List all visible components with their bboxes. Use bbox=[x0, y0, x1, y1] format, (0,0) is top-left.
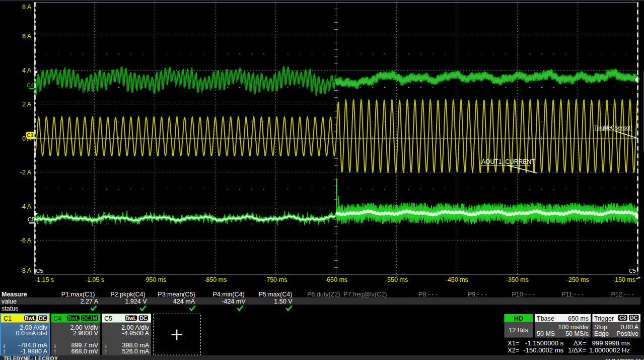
svg-text:P2:pkpk(C4): P2:pkpk(C4) bbox=[110, 291, 145, 298]
svg-text:-1.15 s: -1.15 s bbox=[35, 276, 54, 283]
svg-text:-850 ms: -850 ms bbox=[204, 276, 227, 283]
svg-text:999.9998 ms: 999.9998 ms bbox=[592, 339, 630, 347]
svg-text:0.0 mA ofst: 0.0 mA ofst bbox=[16, 330, 47, 337]
svg-text:C3: C3 bbox=[619, 315, 626, 321]
svg-text:50 MS: 50 MS bbox=[537, 330, 555, 337]
svg-text:P1:max(C1): P1:max(C1) bbox=[61, 291, 95, 298]
svg-text:-450 ms: -450 ms bbox=[446, 276, 468, 283]
svg-text:BwL: BwL bbox=[25, 315, 36, 321]
svg-text:Tbase: Tbase bbox=[537, 315, 554, 322]
svg-text:-4.9500 A: -4.9500 A bbox=[122, 330, 149, 337]
svg-text:-2 A: -2 A bbox=[20, 169, 32, 176]
svg-text:12 Bits: 12 Bits bbox=[509, 327, 528, 334]
svg-text:X2=: X2= bbox=[508, 346, 520, 354]
svg-text:P6:duty(Z2): P6:duty(Z2) bbox=[307, 291, 340, 298]
svg-text:X1=: X1= bbox=[508, 339, 520, 347]
svg-text:2 A: 2 A bbox=[22, 101, 32, 108]
svg-text:-150 ms: -150 ms bbox=[613, 276, 635, 283]
svg-text:-950 ms: -950 ms bbox=[144, 276, 166, 283]
svg-text:-1.9880 A: -1.9880 A bbox=[20, 348, 47, 355]
svg-text:DC: DC bbox=[139, 315, 148, 321]
svg-text:C5: C5 bbox=[629, 268, 636, 274]
svg-text:↑: ↑ bbox=[53, 348, 56, 355]
svg-text:P9:- - -: P9:- - - bbox=[468, 291, 487, 298]
svg-text:Trigger: Trigger bbox=[594, 315, 614, 322]
svg-text:-1.1500000 s: -1.1500000 s bbox=[525, 339, 563, 347]
svg-text:-350 ms: -350 ms bbox=[506, 276, 529, 283]
svg-text:↑: ↑ bbox=[104, 348, 107, 355]
svg-text:AOUT1_CURRENT: AOUT1_CURRENT bbox=[481, 158, 535, 165]
svg-text:1.50 V: 1.50 V bbox=[274, 298, 293, 305]
svg-text:C1: C1 bbox=[27, 133, 34, 138]
svg-text:TELEDYNE: TELEDYNE bbox=[4, 356, 31, 360]
svg-text:P10:- - -: P10:- - - bbox=[512, 291, 534, 298]
svg-text:BwL: BwL bbox=[68, 315, 80, 321]
svg-text:↑: ↑ bbox=[3, 348, 6, 355]
svg-text:P11:- - -: P11:- - - bbox=[561, 291, 584, 298]
svg-text:HD: HD bbox=[514, 315, 523, 322]
svg-text:LECROY: LECROY bbox=[35, 356, 58, 360]
svg-text:BwL: BwL bbox=[125, 315, 137, 321]
svg-text:P7:freq@lv(C2): P7:freq@lv(C2) bbox=[343, 291, 387, 298]
svg-text:value: value bbox=[2, 298, 17, 305]
svg-text:-550 ms: -550 ms bbox=[385, 276, 408, 283]
svg-text:DC1M: DC1M bbox=[82, 315, 97, 321]
svg-text:2.9000 V: 2.9000 V bbox=[73, 330, 99, 337]
svg-text:-250 ms: -250 ms bbox=[566, 276, 589, 283]
svg-text:TorqMeCSensot: TorqMeCSensot bbox=[594, 125, 630, 131]
svg-text:status: status bbox=[2, 305, 18, 312]
svg-text:-650 ms: -650 ms bbox=[325, 276, 347, 283]
svg-text:C5: C5 bbox=[36, 268, 43, 274]
svg-text:-6 A: -6 A bbox=[20, 237, 32, 244]
svg-text:-750 ms: -750 ms bbox=[264, 276, 287, 283]
svg-text:C5: C5 bbox=[104, 315, 112, 322]
svg-text:1.924 V: 1.924 V bbox=[125, 298, 147, 305]
svg-text:ΔX=: ΔX= bbox=[574, 339, 586, 347]
svg-text:C4: C4 bbox=[53, 315, 61, 322]
svg-text:C4: C4 bbox=[27, 82, 34, 88]
svg-text:8 A: 8 A bbox=[22, 4, 32, 11]
svg-text:650 ms: 650 ms bbox=[568, 315, 589, 322]
svg-text:-150.0002 ms: -150.0002 ms bbox=[524, 346, 564, 354]
svg-text:-1.05 s: -1.05 s bbox=[85, 276, 104, 283]
svg-text:P3:mean(C5): P3:mean(C5) bbox=[158, 291, 195, 298]
svg-text:Positive: Positive bbox=[616, 330, 638, 337]
svg-text:Measure: Measure bbox=[2, 291, 27, 298]
svg-text:11/14/2023 11:50:29 AM: 11/14/2023 11:50:29 AM bbox=[605, 358, 644, 360]
svg-text:-4 A: -4 A bbox=[20, 203, 32, 210]
svg-text:DC: DC bbox=[39, 315, 47, 321]
svg-text:C1: C1 bbox=[4, 315, 12, 322]
svg-text:P12:- - -: P12:- - - bbox=[611, 291, 633, 298]
svg-text:2.27 A: 2.27 A bbox=[81, 298, 99, 305]
svg-text:424 mA: 424 mA bbox=[173, 298, 195, 305]
svg-text:C5: C5 bbox=[28, 216, 35, 222]
svg-text:Edge: Edge bbox=[594, 330, 609, 337]
svg-text:-424 mV: -424 mV bbox=[222, 298, 246, 305]
svg-text:4 A: 4 A bbox=[22, 67, 32, 74]
svg-text:0.00 A: 0.00 A bbox=[621, 324, 639, 331]
svg-text:-8 A: -8 A bbox=[20, 267, 32, 274]
svg-text:1/ΔX=: 1/ΔX= bbox=[568, 346, 586, 354]
svg-text:P5:max(C4): P5:max(C4) bbox=[259, 291, 293, 298]
svg-text:100 ms/div: 100 ms/div bbox=[558, 324, 589, 331]
svg-text:6 A: 6 A bbox=[22, 33, 32, 40]
svg-text:DC: DC bbox=[630, 315, 638, 321]
svg-text:P8:- - -: P8:- - - bbox=[418, 291, 438, 298]
svg-text:50 MS/s: 50 MS/s bbox=[565, 330, 589, 337]
svg-text:1.0000002 Hz: 1.0000002 Hz bbox=[589, 346, 630, 354]
svg-text:P4:min(C4): P4:min(C4) bbox=[212, 291, 244, 298]
svg-text:668.0 mV: 668.0 mV bbox=[71, 348, 98, 355]
svg-text:Stop: Stop bbox=[594, 324, 607, 331]
svg-text:526.0 mA: 526.0 mA bbox=[122, 348, 149, 355]
